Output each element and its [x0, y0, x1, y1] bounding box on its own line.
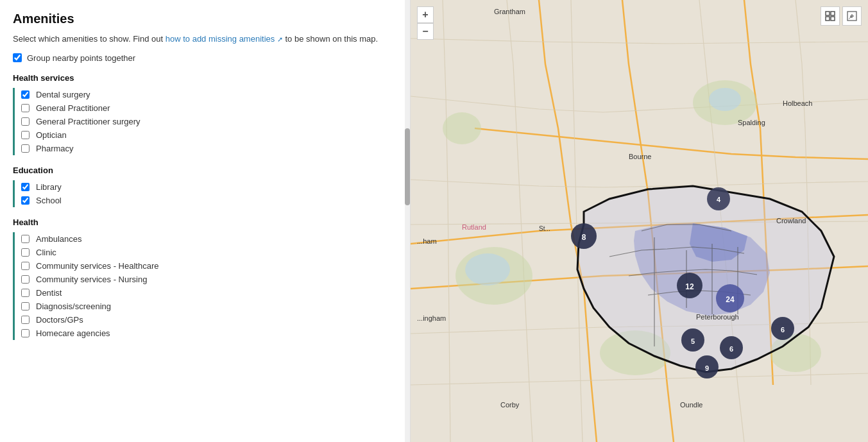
school-checkbox[interactable] [21, 196, 30, 205]
grid-icon [825, 11, 835, 21]
homecare-agencies-checkbox[interactable] [21, 329, 30, 337]
community-nursing-checkbox[interactable] [21, 275, 30, 284]
clinic-label[interactable]: Clinic [36, 248, 56, 257]
svg-rect-36 [826, 12, 830, 15]
svg-text:4: 4 [717, 196, 721, 203]
svg-text:6: 6 [729, 345, 733, 353]
optician-checkbox[interactable] [21, 131, 30, 139]
dental-surgery-label[interactable]: Dental surgery [36, 90, 90, 99]
zoom-out-button[interactable]: − [417, 23, 434, 40]
map-svg: Grantham Holbeach Spalding Bourne Rutlan… [411, 0, 868, 442]
optician-label[interactable]: Optician [36, 130, 67, 140]
svg-rect-38 [826, 17, 830, 21]
list-item: Doctors/GPs [21, 313, 397, 327]
diagnosis-screening-checkbox[interactable] [21, 302, 30, 310]
clinic-checkbox[interactable] [21, 248, 30, 257]
list-item: Homecare agencies [21, 327, 397, 340]
general-practitioner-surgery-checkbox[interactable] [21, 117, 30, 126]
svg-text:9: 9 [705, 364, 709, 372]
list-item: Dentist [21, 286, 397, 300]
diagnosis-screening-label[interactable]: Diagnosis/screening [36, 302, 111, 311]
list-item: Library [21, 180, 397, 194]
svg-text:Corby: Corby [500, 401, 520, 409]
community-healthcare-label[interactable]: Community services - Healthcare [36, 261, 158, 271]
svg-text:Oundle: Oundle [680, 401, 702, 409]
missing-amenities-link[interactable]: how to add missing amenities ➚ [166, 34, 283, 44]
health-services-section: Health services Dental surgery General P… [13, 73, 397, 155]
svg-text:Bourne: Bourne [629, 153, 651, 160]
zoom-in-button[interactable]: + [417, 6, 434, 23]
svg-text:Spalding: Spalding [738, 119, 765, 126]
community-healthcare-checkbox[interactable] [21, 262, 30, 270]
svg-text:St...: St... [539, 225, 550, 232]
general-practitioner-surgery-label[interactable]: General Practitioner surgery [36, 117, 140, 126]
export-button[interactable]: ↗ [842, 6, 862, 26]
scrollbar-track [405, 0, 410, 442]
svg-text:...ingham: ...ingham [417, 314, 446, 322]
list-item: General Practitioner surgery [21, 115, 397, 128]
list-item: Optician [21, 128, 397, 142]
svg-rect-39 [831, 17, 835, 21]
svg-text:...ham: ...ham [417, 237, 437, 245]
health-section: Health Ambulances Clinic Community servi… [13, 217, 397, 340]
general-practitioner-checkbox[interactable] [21, 104, 30, 112]
svg-text:24: 24 [726, 295, 735, 304]
list-item: Diagnosis/screening [21, 300, 397, 313]
ambulances-label[interactable]: Ambulances [36, 234, 82, 244]
svg-rect-37 [831, 12, 835, 15]
pharmacy-checkbox[interactable] [21, 144, 30, 153]
dental-surgery-checkbox[interactable] [21, 90, 30, 99]
export-icon: ↗ [847, 11, 857, 21]
dentist-checkbox[interactable] [21, 289, 30, 297]
map-panel: Grantham Holbeach Spalding Bourne Rutlan… [411, 0, 868, 442]
svg-text:6: 6 [781, 326, 785, 334]
library-label[interactable]: Library [36, 182, 62, 192]
amenities-panel: Amenities Select which amenities to show… [0, 0, 411, 442]
svg-text:Peterborough: Peterborough [696, 313, 739, 321]
map-toolbar: ↗ [821, 6, 862, 26]
education-title: Education [13, 166, 397, 175]
doctors-gps-label[interactable]: Doctors/GPs [36, 315, 83, 325]
svg-text:5: 5 [691, 337, 695, 345]
group-nearby-checkbox[interactable] [13, 53, 22, 62]
svg-text:Grantham: Grantham [494, 8, 525, 15]
health-services-items: Dental surgery General Practitioner Gene… [13, 88, 397, 155]
list-item: School [21, 194, 397, 207]
health-title: Health [13, 217, 397, 227]
general-practitioner-label[interactable]: General Practitioner [36, 103, 110, 113]
svg-text:↗: ↗ [848, 15, 852, 20]
grid-view-button[interactable] [821, 6, 840, 26]
svg-text:Holbeach: Holbeach [783, 99, 812, 107]
education-section: Education Library School [13, 166, 397, 207]
list-item: Dental surgery [21, 88, 397, 101]
health-services-title: Health services [13, 73, 397, 83]
list-item: Clinic [21, 246, 397, 259]
education-items: Library School [13, 180, 397, 207]
homecare-agencies-label[interactable]: Homecare agencies [36, 328, 110, 338]
school-label[interactable]: School [36, 196, 62, 205]
ambulances-checkbox[interactable] [21, 235, 30, 243]
library-checkbox[interactable] [21, 183, 30, 191]
health-items: Ambulances Clinic Community services - H… [13, 232, 397, 340]
svg-point-6 [465, 253, 510, 285]
scrollbar-thumb[interactable] [405, 128, 410, 205]
list-item: General Practitioner [21, 101, 397, 115]
group-nearby-label[interactable]: Group nearby points together [27, 53, 135, 63]
group-nearby-row: Group nearby points together [13, 53, 397, 63]
doctors-gps-checkbox[interactable] [21, 316, 30, 324]
svg-point-5 [443, 112, 481, 144]
map-container[interactable]: Grantham Holbeach Spalding Bourne Rutlan… [411, 0, 868, 442]
zoom-controls: + − [417, 6, 434, 40]
list-item: Community services - Healthcare [21, 259, 397, 273]
description-text: Select which amenities to show. Find out… [13, 33, 397, 46]
svg-text:8: 8 [582, 233, 586, 242]
dentist-label[interactable]: Dentist [36, 288, 62, 298]
list-item: Ambulances [21, 232, 397, 246]
external-link-icon: ➚ [277, 35, 283, 43]
list-item: Pharmacy [21, 142, 397, 155]
svg-text:12: 12 [685, 282, 694, 291]
page-title: Amenities [13, 12, 397, 26]
pharmacy-label[interactable]: Pharmacy [36, 144, 74, 153]
community-nursing-label[interactable]: Community services - Nursing [36, 275, 147, 284]
svg-text:Rutland: Rutland [462, 223, 486, 231]
